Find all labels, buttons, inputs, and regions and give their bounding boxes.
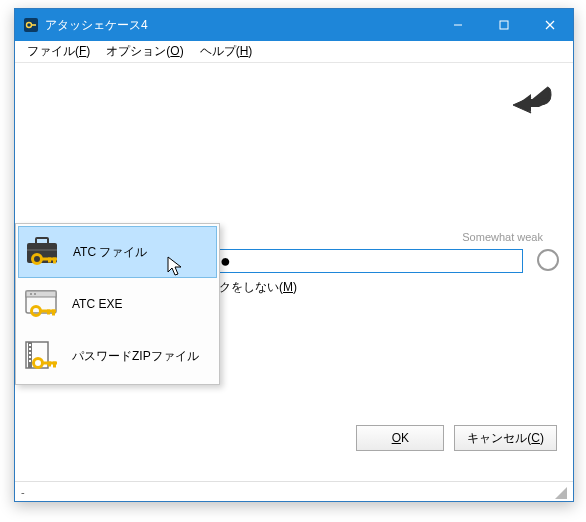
menu-option[interactable]: オプション(O)	[98, 41, 191, 62]
svg-rect-32	[48, 362, 51, 367]
maximize-button[interactable]	[481, 9, 527, 41]
ok-button[interactable]: OK	[356, 425, 444, 451]
password-strength-label: Somewhat weak	[462, 231, 543, 243]
svg-point-16	[30, 293, 32, 295]
menu-help[interactable]: ヘルプ(H)	[192, 41, 261, 62]
svg-rect-12	[53, 258, 56, 264]
exe-key-icon	[24, 287, 62, 321]
svg-rect-25	[29, 348, 31, 350]
popup-item-zip-file[interactable]: パスワードZIPファイル	[18, 330, 217, 382]
svg-rect-21	[47, 310, 50, 315]
resize-grip-icon[interactable]	[553, 485, 567, 499]
svg-rect-8	[36, 238, 48, 244]
cancel-button[interactable]: キャンセル(C)	[454, 425, 557, 451]
popup-item-atc-file[interactable]: ATC ファイル	[18, 226, 217, 278]
svg-rect-27	[29, 356, 31, 358]
close-button[interactable]	[527, 9, 573, 41]
svg-rect-28	[29, 360, 31, 362]
password-mask-char: ●	[220, 251, 229, 272]
client-area: Somewhat weak ● クをしない(M)	[15, 63, 573, 481]
popup-item-atc-exe[interactable]: ATC EXE	[18, 278, 217, 330]
svg-point-17	[34, 293, 36, 295]
window-title: アタッシェケース4	[45, 17, 435, 34]
popup-item-label: ATC EXE	[72, 297, 122, 311]
popup-item-label: ATC ファイル	[73, 244, 147, 261]
mask-checkbox-label[interactable]: クをしない(M)	[219, 279, 297, 296]
format-popup-menu: ATC ファイル ATC EXE	[15, 223, 220, 385]
app-icon	[23, 17, 39, 33]
svg-rect-13	[48, 258, 51, 263]
svg-rect-26	[29, 352, 31, 354]
app-window: アタッシェケース4 ファイル(F) オプション(O) ヘルプ(H)	[14, 8, 574, 502]
zip-key-icon	[24, 339, 62, 373]
statusbar: -	[15, 481, 573, 501]
menu-file[interactable]: ファイル(F)	[19, 41, 98, 62]
menubar: ファイル(F) オプション(O) ヘルプ(H)	[15, 41, 573, 63]
svg-rect-24	[29, 344, 31, 346]
minimize-button[interactable]	[435, 9, 481, 41]
briefcase-key-icon	[25, 235, 63, 269]
svg-rect-2	[31, 24, 36, 26]
status-text: -	[21, 486, 25, 498]
svg-rect-4	[500, 21, 508, 29]
svg-rect-31	[53, 362, 56, 368]
strength-indicator-icon	[537, 249, 559, 271]
svg-rect-9	[27, 249, 57, 251]
svg-rect-20	[52, 310, 55, 316]
back-icon[interactable]	[511, 81, 555, 117]
popup-item-label: パスワードZIPファイル	[72, 348, 199, 365]
titlebar[interactable]: アタッシェケース4	[15, 9, 573, 41]
dialog-buttons: OK キャンセル(C)	[356, 425, 557, 451]
